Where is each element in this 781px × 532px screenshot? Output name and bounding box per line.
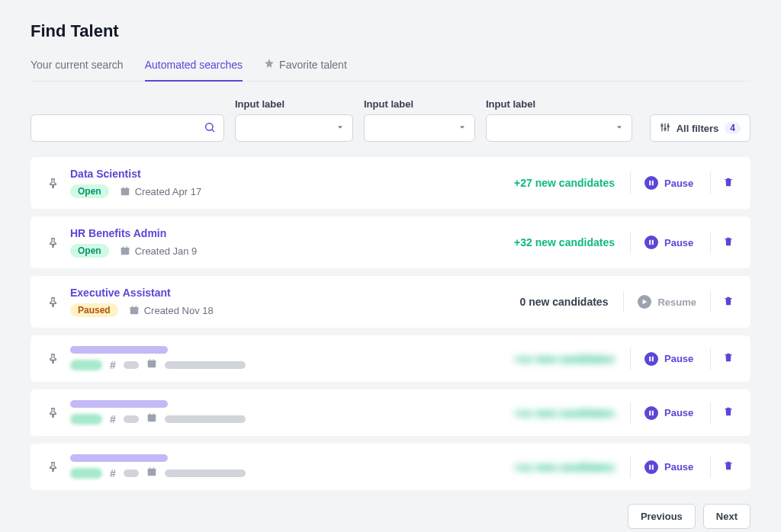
skeleton-chip bbox=[124, 470, 139, 477]
delete-button[interactable] bbox=[714, 406, 734, 419]
pause-button[interactable]: Pause bbox=[634, 352, 707, 366]
svg-line-1 bbox=[212, 130, 214, 132]
created-date: Created Apr 17 bbox=[120, 186, 201, 197]
next-button[interactable]: Next bbox=[703, 504, 750, 529]
page-title: Find Talent bbox=[31, 21, 750, 41]
star-icon bbox=[264, 58, 275, 71]
delete-button[interactable] bbox=[714, 236, 734, 249]
pager: Previous Next bbox=[31, 504, 750, 529]
action-label: Pause bbox=[664, 178, 693, 189]
search-title-link[interactable]: HR Benefits Admin bbox=[70, 227, 490, 239]
candidates-count: 0 new candidates bbox=[483, 296, 620, 308]
filter-select-c[interactable] bbox=[486, 114, 632, 142]
filter-label-a: Input label bbox=[235, 98, 353, 110]
card-meta: OpenCreated Apr 17 bbox=[70, 184, 490, 198]
filter-select-b[interactable] bbox=[364, 114, 475, 142]
svg-point-7 bbox=[667, 125, 669, 127]
pause-icon bbox=[644, 460, 658, 474]
card-main: HR Benefits AdminOpenCreated Jan 9 bbox=[70, 227, 490, 258]
tab-automated-searches[interactable]: Automated searches bbox=[145, 59, 243, 82]
action-label: Pause bbox=[664, 237, 693, 248]
filter-label-b: Input label bbox=[364, 98, 475, 110]
created-date: Created Jan 9 bbox=[120, 245, 198, 257]
calendar-icon bbox=[146, 412, 157, 425]
pause-button[interactable]: Pause bbox=[634, 236, 707, 249]
tab-favorite-talent[interactable]: Favorite talent bbox=[264, 58, 347, 82]
search-input[interactable] bbox=[39, 122, 204, 134]
skeleton-meta: # bbox=[70, 466, 490, 479]
tabs: Your current search Automated searches F… bbox=[31, 58, 750, 82]
card-main: # bbox=[70, 454, 490, 479]
pin-icon[interactable] bbox=[47, 407, 70, 418]
skeleton-bar bbox=[165, 470, 246, 477]
pause-icon bbox=[644, 352, 658, 366]
tab-favorite-label: Favorite talent bbox=[279, 59, 347, 71]
skeleton-badge bbox=[70, 414, 102, 425]
pause-button[interactable]: Pause bbox=[634, 406, 707, 420]
filter-row: Input label Input label Input label All … bbox=[31, 98, 750, 142]
candidates-count: +27 new candidates bbox=[490, 177, 627, 189]
card-meta: OpenCreated Jan 9 bbox=[70, 244, 490, 258]
pause-icon bbox=[644, 406, 658, 420]
hash-icon: # bbox=[110, 467, 116, 479]
play-icon bbox=[638, 295, 651, 309]
search-title-link[interactable]: Executive Assistant bbox=[70, 287, 483, 299]
resume-button[interactable]: Resume bbox=[627, 295, 707, 309]
pin-icon[interactable] bbox=[47, 353, 70, 364]
search-icon bbox=[204, 121, 216, 136]
pause-button[interactable]: Pause bbox=[634, 460, 707, 474]
delete-button[interactable] bbox=[714, 177, 734, 190]
search-card: HR Benefits AdminOpenCreated Jan 9+32 ne… bbox=[31, 216, 750, 268]
skeleton-meta: # bbox=[70, 358, 490, 371]
action-label: Pause bbox=[664, 407, 693, 418]
card-meta: PausedCreated Nov 18 bbox=[70, 303, 483, 317]
created-date: Created Nov 18 bbox=[129, 305, 214, 316]
previous-button[interactable]: Previous bbox=[628, 504, 696, 529]
filter-select-a[interactable] bbox=[235, 114, 353, 142]
action-label: Pause bbox=[664, 461, 693, 473]
candidates-count: +xx new candidates bbox=[490, 353, 627, 365]
chevron-down-icon bbox=[336, 122, 345, 134]
delete-button[interactable] bbox=[714, 460, 734, 473]
svg-point-0 bbox=[206, 123, 213, 130]
skeleton-bar bbox=[165, 361, 246, 369]
pin-icon[interactable] bbox=[47, 296, 70, 308]
pin-icon[interactable] bbox=[47, 461, 70, 473]
delete-button[interactable] bbox=[714, 296, 734, 309]
skeleton-bar bbox=[165, 415, 246, 423]
skeleton-title bbox=[70, 346, 168, 354]
pause-icon bbox=[644, 176, 658, 190]
search-card: Executive AssistantPausedCreated Nov 180… bbox=[31, 276, 750, 328]
skeleton-badge bbox=[70, 468, 102, 479]
svg-point-6 bbox=[664, 128, 666, 130]
card-main: # bbox=[70, 346, 490, 371]
status-badge: Open bbox=[70, 184, 109, 198]
svg-point-5 bbox=[660, 124, 662, 126]
filter-count-badge: 4 bbox=[725, 122, 741, 134]
pause-button[interactable]: Pause bbox=[634, 176, 707, 190]
pin-icon[interactable] bbox=[47, 178, 70, 189]
skeleton-title bbox=[70, 454, 168, 462]
card-main: Data ScientistOpenCreated Apr 17 bbox=[70, 168, 490, 198]
pause-icon bbox=[644, 236, 658, 249]
search-title-link[interactable]: Data Scientist bbox=[70, 168, 490, 180]
search-box[interactable] bbox=[31, 114, 224, 142]
card-main: # bbox=[70, 400, 490, 425]
action-label: Pause bbox=[664, 353, 693, 364]
tab-current-search[interactable]: Your current search bbox=[31, 59, 124, 82]
card-main: Executive AssistantPausedCreated Nov 18 bbox=[70, 287, 483, 317]
sliders-icon bbox=[660, 122, 670, 135]
status-badge: Open bbox=[70, 244, 109, 258]
skeleton-chip bbox=[124, 415, 139, 423]
all-filters-label: All filters bbox=[677, 123, 719, 134]
skeleton-chip bbox=[124, 361, 139, 369]
candidates-count: +xx new candidates bbox=[490, 461, 627, 473]
all-filters-button[interactable]: All filters 4 bbox=[650, 114, 750, 142]
skeleton-badge bbox=[70, 360, 102, 370]
status-badge: Paused bbox=[70, 303, 118, 317]
pin-icon[interactable] bbox=[47, 237, 70, 248]
calendar-icon bbox=[146, 358, 157, 371]
action-label: Resume bbox=[657, 296, 696, 308]
delete-button[interactable] bbox=[714, 352, 734, 365]
skeleton-title bbox=[70, 400, 168, 408]
